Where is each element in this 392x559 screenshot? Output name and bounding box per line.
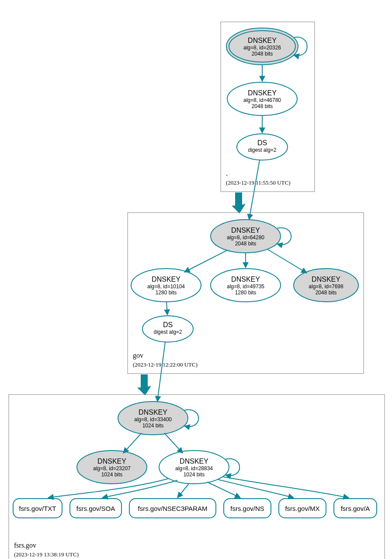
svg-text:alg=8, id=28834: alg=8, id=28834: [175, 465, 213, 472]
zone-fsrs-timestamp: (2023-12-19 13:38:19 UTC): [14, 551, 79, 558]
svg-text:2048 bits: 2048 bits: [316, 290, 337, 296]
zone-gov-label: gov: [133, 352, 143, 360]
node-root-ds: DS digest alg=2: [237, 134, 288, 160]
svg-text:alg=8, id=33400: alg=8, id=33400: [134, 416, 172, 423]
zone-gov-timestamp: (2023-12-19 12:22:00 UTC): [133, 361, 198, 368]
zone-root-label: .: [226, 170, 228, 177]
dnssec-graph: . (2023-12-19 11:55:50 UTC) DNSKEY alg=8…: [0, 0, 392, 559]
svg-text:alg=8, id=64280: alg=8, id=64280: [227, 234, 264, 241]
svg-text:fsrs.gov/NSEC3PARAM: fsrs.gov/NSEC3PARAM: [138, 505, 208, 512]
svg-text:DS: DS: [257, 139, 267, 147]
svg-text:DNSKEY: DNSKEY: [231, 227, 260, 234]
svg-text:DS: DS: [163, 321, 173, 328]
zone-root: . (2023-12-19 11:55:50 UTC) DNSKEY alg=8…: [221, 22, 315, 192]
node-rr-a: fsrs.gov/A: [334, 499, 377, 518]
zone-fsrs: fsrs.gov (2023-12-19 13:38:19 UTC) DNSKE…: [9, 395, 385, 559]
node-fsrs-ksk: DNSKEY alg=8, id=33400 1024 bits: [118, 402, 188, 435]
svg-text:alg=8, id=20326: alg=8, id=20326: [243, 45, 281, 51]
svg-text:fsrs.gov/TXT: fsrs.gov/TXT: [19, 505, 56, 512]
svg-text:digest alg=2: digest alg=2: [248, 147, 276, 153]
zone-fsrs-label: fsrs.gov: [14, 542, 36, 549]
svg-text:2048 bits: 2048 bits: [252, 51, 273, 57]
node-rr-soa: fsrs.gov/SOA: [70, 499, 121, 518]
svg-text:1024 bits: 1024 bits: [101, 472, 123, 478]
svg-text:DNSKEY: DNSKEY: [248, 89, 277, 97]
svg-text:DNSKEY: DNSKEY: [180, 458, 208, 465]
svg-text:DNSKEY: DNSKEY: [97, 458, 126, 465]
node-gov-ksk: DNSKEY alg=8, id=64280 2048 bits: [211, 220, 281, 253]
svg-text:2048 bits: 2048 bits: [252, 103, 273, 109]
svg-text:fsrs.gov/MX: fsrs.gov/MX: [285, 505, 319, 512]
node-rr-nsec: fsrs.gov/NSEC3PARAM: [129, 499, 216, 518]
svg-text:1024 bits: 1024 bits: [184, 472, 205, 478]
node-root-zsk: DNSKEY alg=8, id=46780 2048 bits: [227, 82, 297, 115]
svg-text:DNSKEY: DNSKEY: [248, 37, 277, 44]
svg-text:1024 bits: 1024 bits: [142, 423, 164, 429]
node-gov-zsk2: DNSKEY alg=8, id=49735 1280 bits: [211, 269, 281, 302]
node-rr-ns: fsrs.gov/NS: [224, 499, 271, 518]
svg-text:1280 bits: 1280 bits: [235, 290, 257, 296]
svg-text:DNSKEY: DNSKEY: [139, 409, 167, 416]
svg-text:alg=8, id=10104: alg=8, id=10104: [147, 283, 185, 290]
svg-text:fsrs.gov/NS: fsrs.gov/NS: [230, 505, 264, 512]
zone-gov: gov (2023-12-19 12:22:00 UTC) DNSKEY alg…: [128, 213, 364, 374]
node-gov-key3: DNSKEY alg=8, id=7698 2048 bits: [294, 269, 358, 302]
node-gov-ds: DS digest alg=2: [142, 316, 193, 342]
node-gov-zsk1: DNSKEY alg=8, id=10104 1280 bits: [131, 269, 201, 302]
svg-text:1280 bits: 1280 bits: [156, 290, 177, 296]
svg-text:DNSKEY: DNSKEY: [152, 276, 180, 283]
svg-text:alg=8, id=23207: alg=8, id=23207: [93, 465, 131, 472]
node-root-ksk: DNSKEY alg=8, id=20326 2048 bits: [226, 28, 298, 65]
svg-text:DNSKEY: DNSKEY: [312, 276, 340, 283]
svg-text:alg=8, id=46780: alg=8, id=46780: [243, 97, 281, 103]
svg-text:DNSKEY: DNSKEY: [231, 276, 260, 283]
node-fsrs-key2: DNSKEY alg=8, id=23207 1024 bits: [77, 451, 147, 484]
svg-text:alg=8, id=49735: alg=8, id=49735: [227, 283, 264, 290]
node-rr-mx: fsrs.gov/MX: [279, 499, 326, 518]
zone-arrow-root-to-gov: [232, 192, 246, 213]
svg-text:fsrs.gov/SOA: fsrs.gov/SOA: [76, 505, 115, 512]
svg-text:fsrs.gov/A: fsrs.gov/A: [341, 505, 370, 512]
svg-text:alg=8, id=7698: alg=8, id=7698: [309, 283, 343, 290]
svg-text:digest alg=2: digest alg=2: [153, 329, 182, 335]
zone-arrow-gov-to-fsrs: [137, 374, 151, 395]
zone-root-timestamp: (2023-12-19 11:55:50 UTC): [226, 179, 291, 186]
node-rr-txt: fsrs.gov/TXT: [13, 499, 62, 518]
node-fsrs-zsk: DNSKEY alg=8, id=28834 1024 bits: [159, 451, 229, 484]
svg-text:2048 bits: 2048 bits: [235, 241, 257, 247]
